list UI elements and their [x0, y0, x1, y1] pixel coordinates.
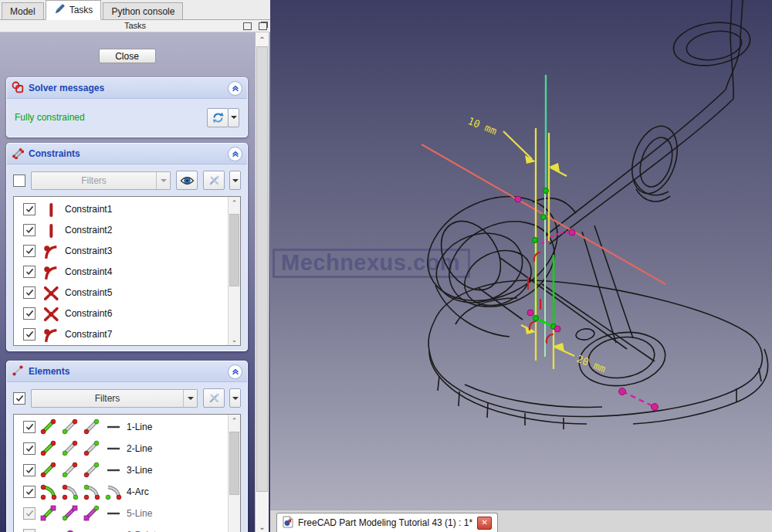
scroll-up-icon[interactable]: ⌃ — [229, 415, 240, 426]
tangent-constraint-icon — [42, 243, 58, 259]
constraints-icon — [12, 147, 24, 161]
checkbox[interactable] — [23, 442, 36, 455]
constraint-label: Constraint4 — [65, 266, 112, 277]
element-label: 4-Arc — [127, 486, 149, 497]
checkbox[interactable] — [23, 486, 36, 498]
constraint-row[interactable]: Constraint6 — [14, 303, 228, 324]
el-cline-c-icon — [83, 505, 100, 522]
scrollbar-thumb[interactable] — [229, 214, 239, 286]
tangent-constraint-icon — [42, 327, 58, 342]
element-row[interactable]: 3-Line — [14, 459, 228, 481]
document-tab[interactable]: FreeCAD Part Modeling Tutorial 43 (1) : … — [276, 513, 498, 532]
element-tools-button[interactable] — [203, 388, 225, 408]
el-line-c-icon — [83, 440, 100, 457]
scroll-down-icon[interactable]: ⌄ — [256, 520, 269, 532]
elements-section-title: Elements — [29, 366, 223, 377]
tab-model-label: Model — [10, 6, 36, 17]
el-line-b-icon — [62, 418, 79, 435]
select-all-constraints-checkbox[interactable] — [13, 175, 25, 187]
tube-wireframe — [545, 0, 753, 244]
refresh-dropdown-button[interactable] — [228, 108, 239, 127]
refresh-button[interactable] — [207, 108, 229, 127]
scrollbar-thumb[interactable] — [256, 46, 268, 492]
element-label: 2-Line — [127, 443, 152, 454]
checkbox[interactable] — [23, 245, 36, 257]
dash-icon — [105, 418, 122, 435]
el-arc-d-icon — [105, 483, 122, 500]
el-line-c-icon — [83, 418, 100, 435]
element-row[interactable]: 1-Line — [14, 416, 228, 438]
vertical-constraint-icon — [42, 222, 58, 238]
scroll-up-icon[interactable]: ⌃ — [229, 197, 240, 208]
el-line-b-icon — [62, 462, 79, 479]
scrollbar-thumb[interactable] — [229, 432, 239, 495]
checkbox[interactable] — [23, 203, 36, 215]
point-on-object-constraint-icon — [42, 285, 58, 300]
constraint-row[interactable]: Constraint2 — [14, 219, 228, 240]
dash-icon — [83, 527, 100, 532]
tab-tasks-label: Tasks — [69, 5, 93, 15]
constraints-list: Constraint1Constraint2Constraint3Constra… — [13, 196, 241, 346]
constraint-tools-dropdown-button[interactable] — [229, 171, 241, 190]
3d-viewport[interactable]: Mechnexus.com — [270, 0, 772, 532]
close-document-icon[interactable]: ✕ — [477, 517, 492, 530]
el-cline-a-icon — [40, 505, 57, 522]
checkbox[interactable] — [23, 286, 36, 299]
constraints-filter-label: Filters — [32, 175, 156, 186]
scroll-down-icon[interactable]: ⌄ — [229, 334, 240, 345]
checkbox[interactable] — [13, 392, 25, 405]
constraint-row[interactable]: Constraint5 — [14, 282, 228, 303]
element-tools-dropdown-button[interactable] — [229, 388, 241, 408]
collapse-elements-button[interactable] — [228, 364, 242, 379]
constraint-row[interactable]: Constraint7 — [14, 324, 228, 344]
constraint-row[interactable]: Constraint1 — [14, 198, 228, 219]
constraints-filter-combobox[interactable]: Filters — [31, 171, 171, 190]
tasks-panel-scrollbar[interactable]: ⌃ ⌄ — [255, 32, 269, 532]
close-button[interactable]: Close — [99, 49, 156, 63]
element-row[interactable]: 4-Arc — [14, 481, 228, 503]
constraint-row[interactable]: Constraint3 — [14, 240, 228, 261]
tab-python-console[interactable]: Python console — [103, 2, 183, 19]
float-icon[interactable] — [259, 22, 267, 30]
freecad-window: { "window": { "tabs": [ {"label": "Model… — [0, 0, 772, 532]
elements-filter-dropdown-icon — [183, 390, 197, 407]
elements-filter-combobox[interactable]: Filters — [31, 389, 198, 408]
constraints-section-title: Constraints — [29, 148, 223, 159]
el-line-b-icon — [62, 440, 79, 457]
el-arc-c-icon — [83, 483, 100, 500]
element-label: 1-Line — [127, 422, 152, 432]
freecad-document-icon — [283, 516, 293, 530]
left-pane: Model Tasks Python console Tasks Close — [0, 0, 270, 532]
constraint-label: Constraint2 — [65, 225, 112, 236]
elements-list-scrollbar[interactable]: ⌃ ⌄ — [228, 415, 240, 532]
collapse-solver-button[interactable] — [228, 81, 242, 96]
element-row[interactable]: 5-Line — [14, 503, 228, 524]
checkbox[interactable] — [23, 529, 36, 532]
elements-list: 1-Line2-Line3-Line4-Arc5-Line6-Point ⌃ ⌄ — [13, 414, 241, 532]
checkbox[interactable] — [23, 507, 36, 520]
point-on-object-constraint-icon — [42, 306, 58, 321]
show-hide-constraints-button[interactable] — [176, 171, 198, 190]
constraint-row[interactable]: Constraint4 — [14, 261, 228, 282]
checkbox[interactable] — [23, 464, 36, 476]
el-line-c-icon — [83, 462, 100, 479]
constraints-list-scrollbar[interactable]: ⌃ ⌄ — [228, 197, 240, 345]
model-wireframe: 10 mm 20 mm — [270, 0, 772, 532]
dock-icon[interactable] — [243, 22, 252, 30]
checkbox[interactable] — [23, 307, 36, 320]
checkbox[interactable] — [23, 224, 36, 236]
constraint-label: Constraint6 — [65, 308, 112, 319]
checkbox[interactable] — [23, 266, 36, 278]
tangent-constraint-icon — [42, 264, 58, 280]
scroll-up-icon[interactable]: ⌃ — [256, 33, 269, 46]
element-row[interactable]: 6-Point — [14, 524, 228, 532]
constraint-tools-button[interactable] — [203, 171, 225, 190]
dash-icon — [105, 505, 122, 522]
tab-model[interactable]: Model — [2, 2, 44, 19]
tab-tasks[interactable]: Tasks — [46, 0, 102, 20]
collapse-constraints-button[interactable] — [228, 147, 242, 161]
checkbox[interactable] — [23, 421, 36, 433]
checkbox[interactable] — [23, 328, 36, 341]
element-row[interactable]: 2-Line — [14, 438, 228, 459]
tab-python-console-label: Python console — [111, 6, 174, 17]
